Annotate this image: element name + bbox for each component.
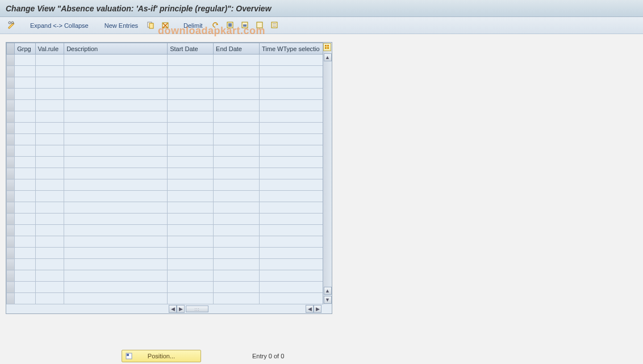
cell-time_wtype[interactable] <box>260 145 323 157</box>
scroll-up-icon[interactable]: ▲ <box>324 53 332 61</box>
cell-grpg[interactable] <box>15 248 35 259</box>
select-all-button[interactable] <box>224 19 236 32</box>
cell-desc[interactable] <box>64 202 168 214</box>
cell-start[interactable] <box>168 168 214 179</box>
cell-start[interactable] <box>168 55 214 66</box>
cell-time_wtype[interactable] <box>260 55 323 66</box>
cell-desc[interactable] <box>64 282 168 293</box>
row-selector[interactable] <box>7 145 15 157</box>
cell-valrule[interactable] <box>35 293 64 304</box>
cell-start[interactable] <box>168 293 214 304</box>
cell-time_wtype[interactable] <box>260 202 323 214</box>
hscroll-right2-icon[interactable]: ▶ <box>314 305 322 313</box>
cell-end[interactable] <box>214 179 260 191</box>
cell-grpg[interactable] <box>15 66 35 77</box>
cell-valrule[interactable] <box>35 270 64 282</box>
cell-valrule[interactable] <box>35 100 64 111</box>
cell-grpg[interactable] <box>15 191 35 202</box>
cell-end[interactable] <box>214 202 260 214</box>
cell-end[interactable] <box>214 123 260 134</box>
cell-desc[interactable] <box>64 270 168 282</box>
cell-desc[interactable] <box>64 55 168 66</box>
cell-grpg[interactable] <box>15 214 35 225</box>
cell-valrule[interactable] <box>35 191 64 202</box>
cell-end[interactable] <box>214 55 260 66</box>
cell-grpg[interactable] <box>15 168 35 179</box>
cell-desc[interactable] <box>64 145 168 157</box>
cell-valrule[interactable] <box>35 282 64 293</box>
cell-time_wtype[interactable] <box>260 225 323 236</box>
cell-time_wtype[interactable] <box>260 123 323 134</box>
cell-time_wtype[interactable] <box>260 282 323 293</box>
cell-time_wtype[interactable] <box>260 157 323 168</box>
cell-end[interactable] <box>214 259 260 270</box>
undo-button[interactable] <box>209 19 222 32</box>
cell-time_wtype[interactable] <box>260 66 323 77</box>
configuration-button[interactable] <box>268 19 281 32</box>
cell-grpg[interactable] <box>15 179 35 191</box>
cell-start[interactable] <box>168 157 214 168</box>
delimit-button[interactable]: Delimit <box>179 19 207 32</box>
cell-desc[interactable] <box>64 293 168 304</box>
row-selector[interactable] <box>7 248 15 259</box>
hscroll-thumb[interactable]: ::: <box>186 306 208 312</box>
cell-end[interactable] <box>214 168 260 179</box>
cell-valrule[interactable] <box>35 89 64 100</box>
expand-collapse-button[interactable]: Expand <-> Collapse <box>26 19 93 32</box>
cell-start[interactable] <box>168 134 214 145</box>
cell-desc[interactable] <box>64 134 168 145</box>
cell-time_wtype[interactable] <box>260 214 323 225</box>
scroll-up2-icon[interactable]: ▲ <box>324 287 332 295</box>
cell-grpg[interactable] <box>15 293 35 304</box>
cell-start[interactable] <box>168 282 214 293</box>
cell-desc[interactable] <box>64 89 168 100</box>
cell-desc[interactable] <box>64 168 168 179</box>
cell-grpg[interactable] <box>15 225 35 236</box>
row-selector[interactable] <box>7 134 15 145</box>
row-selector[interactable] <box>7 270 15 282</box>
cell-grpg[interactable] <box>15 77 35 89</box>
cell-valrule[interactable] <box>35 66 64 77</box>
row-selector[interactable] <box>7 293 15 304</box>
hscroll-left2-icon[interactable]: ◀ <box>306 305 314 313</box>
cell-start[interactable] <box>168 225 214 236</box>
cell-end[interactable] <box>214 111 260 123</box>
cell-grpg[interactable] <box>15 259 35 270</box>
row-selector[interactable] <box>7 179 15 191</box>
cell-end[interactable] <box>214 66 260 77</box>
cell-time_wtype[interactable] <box>260 134 323 145</box>
row-selector-header[interactable] <box>7 43 15 55</box>
column-header-desc[interactable]: Description <box>64 43 168 55</box>
cell-time_wtype[interactable] <box>260 111 323 123</box>
cell-grpg[interactable] <box>15 270 35 282</box>
cell-end[interactable] <box>214 77 260 89</box>
position-button[interactable]: Position... <box>122 350 201 362</box>
cell-end[interactable] <box>214 236 260 248</box>
hscroll-left-icon[interactable]: ◀ <box>169 305 177 313</box>
cell-end[interactable] <box>214 248 260 259</box>
row-selector[interactable] <box>7 77 15 89</box>
column-header-end[interactable]: End Date <box>214 43 260 55</box>
cell-end[interactable] <box>214 270 260 282</box>
cell-desc[interactable] <box>64 77 168 89</box>
cell-time_wtype[interactable] <box>260 89 323 100</box>
cell-desc[interactable] <box>64 248 168 259</box>
cell-valrule[interactable] <box>35 157 64 168</box>
cell-desc[interactable] <box>64 179 168 191</box>
cell-start[interactable] <box>168 248 214 259</box>
vertical-scrollbar[interactable]: ▲ ▲ ▼ <box>323 43 332 304</box>
cell-time_wtype[interactable] <box>260 259 323 270</box>
cell-end[interactable] <box>214 293 260 304</box>
row-selector[interactable] <box>7 111 15 123</box>
cell-valrule[interactable] <box>35 168 64 179</box>
cell-valrule[interactable] <box>35 225 64 236</box>
cell-grpg[interactable] <box>15 157 35 168</box>
toggle-display-change-button[interactable] <box>6 19 18 32</box>
row-selector[interactable] <box>7 202 15 214</box>
cell-end[interactable] <box>214 134 260 145</box>
cell-end[interactable] <box>214 100 260 111</box>
cell-grpg[interactable] <box>15 236 35 248</box>
column-header-start[interactable]: Start Date <box>168 43 214 55</box>
cell-grpg[interactable] <box>15 282 35 293</box>
cell-grpg[interactable] <box>15 55 35 66</box>
